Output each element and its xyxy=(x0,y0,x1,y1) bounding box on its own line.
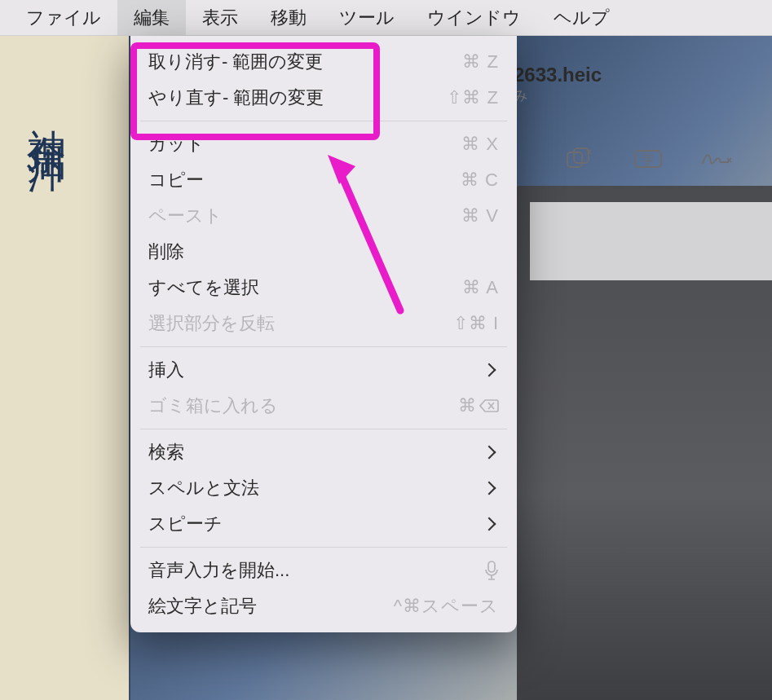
menu-item[interactable]: カット⌘ X xyxy=(130,126,517,162)
menu-separator xyxy=(140,346,507,347)
menu-item[interactable]: コピー⌘ C xyxy=(130,162,517,198)
chevron-right-icon xyxy=(483,446,496,460)
chevron-right-icon xyxy=(483,517,496,531)
menu-item-label: 取り消す- 範囲の変更 xyxy=(148,50,323,74)
menu-item-label: すべてを選択 xyxy=(148,275,259,300)
menu-shortcut: ⌘ X xyxy=(461,134,499,155)
menu-item-label: 削除 xyxy=(148,240,184,264)
menu-item[interactable]: 挿入 xyxy=(130,352,517,388)
overlap-squares-icon[interactable] xyxy=(562,143,595,175)
menu-shortcut: ⌘ xyxy=(458,395,499,416)
menubar: ファイル 編集 表示 移動 ツール ウインドウ ヘルプ xyxy=(0,0,772,36)
menu-item-label: ペースト xyxy=(148,204,223,228)
menu-shortcut: ⌘ C xyxy=(461,169,499,191)
menu-item[interactable]: スピーチ xyxy=(130,506,517,542)
menubar-item-tools[interactable]: ツール xyxy=(323,0,411,35)
menu-item[interactable]: 音声入力を開始... xyxy=(130,553,517,588)
preview-toolbar: 字 xyxy=(562,139,734,179)
menu-item-label: ゴミ箱に入れる xyxy=(148,394,278,418)
preview-image-white-region xyxy=(530,202,772,280)
menu-shortcut: ⇧⌘ Z xyxy=(447,87,499,108)
menu-item[interactable]: やり直す- 範囲の変更⇧⌘ Z xyxy=(130,80,517,116)
menu-shortcut: ^⌘スペース xyxy=(394,594,499,619)
menu-item-label: やり直す- 範囲の変更 xyxy=(148,86,324,110)
menubar-item-view[interactable]: 表示 xyxy=(186,0,254,35)
menu-item-label: スペルと文法 xyxy=(148,476,259,500)
menu-item[interactable]: 取り消す- 範囲の変更⌘ Z xyxy=(130,44,517,80)
wallpaper-vertical-text: 神奈川沖 xyxy=(20,98,73,130)
menubar-item-help[interactable]: ヘルプ xyxy=(537,0,626,35)
menu-item-label: スピーチ xyxy=(148,512,223,536)
menu-item-label: 検索 xyxy=(148,440,184,464)
menubar-item-go[interactable]: 移動 xyxy=(254,0,323,35)
menu-item-label: 音声入力を開始... xyxy=(148,558,289,583)
menubar-item-window[interactable]: ウインドウ xyxy=(411,0,537,35)
menu-shortcut: ⌘ A xyxy=(462,277,499,298)
menu-shortcut xyxy=(484,561,499,580)
menubar-item-file[interactable]: ファイル xyxy=(10,0,117,35)
menu-shortcut: ⌘ V xyxy=(461,205,499,227)
menu-item[interactable]: スペルと文法 xyxy=(130,470,517,506)
text-field-icon[interactable]: 字 xyxy=(632,143,664,175)
menu-separator xyxy=(140,547,507,548)
menu-item-label: 絵文字と記号 xyxy=(148,594,257,619)
menu-item-label: カット xyxy=(148,132,205,156)
menu-item: 選択部分を反転⇧⌘ I xyxy=(130,306,517,341)
menu-item: ゴミ箱に入れる⌘ xyxy=(130,388,517,424)
signature-icon[interactable] xyxy=(701,143,734,175)
menu-separator xyxy=(140,429,507,429)
chevron-right-icon xyxy=(483,363,496,377)
menu-shortcut: ⇧⌘ I xyxy=(453,313,499,334)
menu-item: ペースト⌘ V xyxy=(130,198,517,234)
edit-menu: 取り消す- 範囲の変更⌘ Zやり直す- 範囲の変更⇧⌘ Zカット⌘ Xコピー⌘ … xyxy=(130,36,517,632)
svg-rect-4 xyxy=(488,561,495,572)
menu-item-label: コピー xyxy=(148,168,204,192)
menu-shortcut: ⌘ Z xyxy=(462,51,499,73)
menu-item-label: 挿入 xyxy=(148,358,184,382)
svg-rect-1 xyxy=(574,148,589,163)
menu-item[interactable]: 絵文字と記号^⌘スペース xyxy=(130,588,517,624)
menu-separator xyxy=(140,121,507,121)
svg-rect-0 xyxy=(567,152,582,167)
menubar-item-edit[interactable]: 編集 xyxy=(117,0,186,35)
menu-item-label: 選択部分を反転 xyxy=(148,311,275,336)
menu-item[interactable]: 検索 xyxy=(130,434,517,470)
chevron-right-icon xyxy=(483,482,496,495)
menu-item[interactable]: 削除 xyxy=(130,234,517,270)
svg-text:字: 字 xyxy=(642,153,654,166)
menu-item[interactable]: すべてを選択⌘ A xyxy=(130,270,517,306)
